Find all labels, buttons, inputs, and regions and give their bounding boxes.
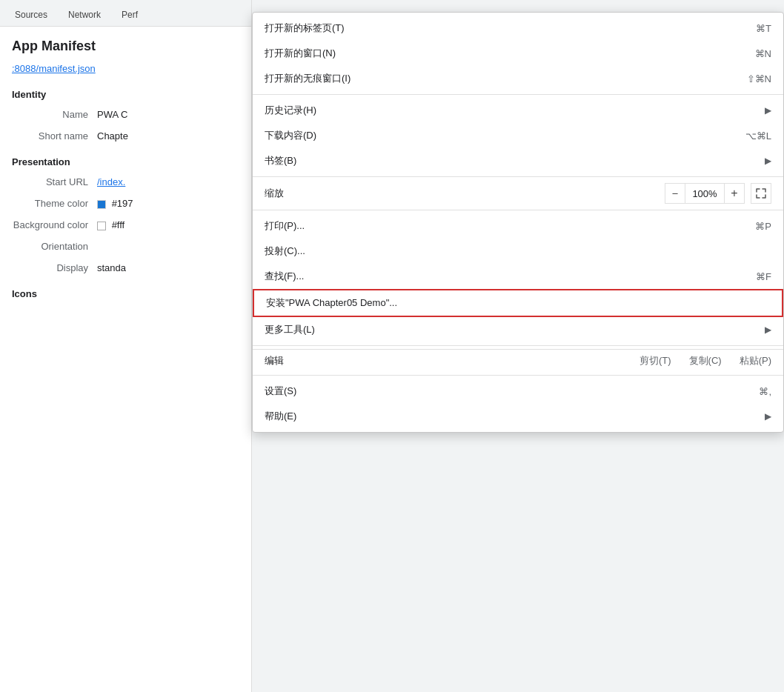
menu-item-print-label: 打印(P)... [265, 219, 725, 233]
divider-2 [253, 176, 783, 177]
zoom-controls: － 100% + [665, 183, 771, 204]
divider-4 [253, 345, 783, 346]
menu-item-new-incognito-label: 打开新的无痕窗口(I) [265, 72, 717, 85]
menu-item-new-window-label: 打开新的窗口(N) [265, 47, 725, 60]
divider-3 [253, 210, 783, 210]
menu-item-history[interactable]: 历史记录(H) ▶ [253, 98, 783, 123]
menu-item-install-label: 安装"PWA Chapter05 Demo"... [266, 296, 770, 310]
zoom-value: 100% [685, 183, 724, 204]
start-url-value[interactable]: /index. [97, 176, 125, 187]
menu-item-cast-label: 投射(C)... [265, 244, 771, 258]
theme-color-value: #197 [97, 198, 133, 209]
divider-5 [253, 375, 783, 376]
tab-perf[interactable]: Perf [113, 5, 147, 26]
cut-button[interactable]: 剪切(T) [640, 354, 671, 367]
menu-item-help-arrow: ▶ [765, 411, 771, 422]
short-name-row: Short name Chapte [12, 130, 239, 142]
menu-item-downloads-label: 下载内容(D) [265, 129, 716, 142]
menu-item-bookmarks-label: 书签(B) [265, 154, 759, 167]
menu-item-history-label: 历史记录(H) [265, 104, 759, 117]
paste-button[interactable]: 粘贴(P) [740, 354, 771, 367]
presentation-section-title: Presentation [12, 156, 239, 167]
menu-item-settings[interactable]: 设置(S) ⌘, [253, 379, 783, 404]
menu-item-new-tab-label: 打开新的标签页(T) [265, 21, 726, 35]
theme-color-swatch [97, 200, 106, 209]
menu-item-new-incognito-shortcut: ⇧⌘N [747, 73, 771, 84]
theme-color-row: Theme color #197 [12, 198, 239, 209]
tab-sources[interactable]: Sources [6, 5, 56, 26]
short-name-label: Short name [12, 130, 97, 142]
menu-item-new-window[interactable]: 打开新的窗口(N) ⌘N [253, 41, 783, 66]
edit-row: 编辑 剪切(T) 复制(C) 粘贴(P) [253, 349, 783, 372]
bg-color-value: #fff [97, 219, 124, 230]
copy-button[interactable]: 复制(C) [689, 354, 722, 367]
zoom-plus-button[interactable]: + [724, 183, 745, 204]
orientation-label: Orientation [12, 241, 97, 252]
bg-color-swatch [97, 222, 106, 230]
manifest-link[interactable]: :8088/manifest.json [12, 63, 239, 74]
short-name-value: Chapte [97, 130, 128, 142]
menu-item-find-label: 查找(F)... [265, 270, 726, 283]
display-value: standa [97, 262, 126, 273]
name-label: Name [12, 109, 97, 120]
display-label: Display [12, 262, 97, 273]
devtools-tabs: Sources Network Perf [0, 0, 251, 27]
menu-item-install[interactable]: 安装"PWA Chapter05 Demo"... [253, 289, 783, 317]
start-url-row: Start URL /index. [12, 176, 239, 187]
edit-label: 编辑 [265, 354, 640, 367]
menu-item-more-tools[interactable]: 更多工具(L) ▶ [253, 317, 783, 342]
menu-item-bookmarks-arrow: ▶ [765, 156, 771, 166]
name-row: Name PWA C [12, 109, 239, 120]
start-url-label: Start URL [12, 176, 97, 187]
menu-item-more-tools-label: 更多工具(L) [265, 323, 759, 336]
menu-item-new-window-shortcut: ⌘N [755, 48, 771, 59]
theme-color-label: Theme color [12, 198, 97, 209]
menu-item-find[interactable]: 查找(F)... ⌘F [253, 264, 783, 289]
zoom-row: 缩放 － 100% + [253, 180, 783, 207]
edit-actions: 剪切(T) 复制(C) 粘贴(P) [640, 354, 771, 367]
icons-section-title: Icons [12, 288, 239, 299]
menu-item-history-arrow: ▶ [765, 105, 771, 116]
menu-item-help-label: 帮助(E) [265, 410, 759, 423]
bg-color-row: Background color #fff [12, 219, 239, 230]
menu-item-new-tab-shortcut: ⌘T [756, 23, 771, 34]
bg-color-label: Background color [12, 219, 97, 230]
name-value: PWA C [97, 109, 127, 120]
identity-section-title: Identity [12, 89, 239, 100]
divider-1 [253, 94, 783, 95]
menu-item-downloads-shortcut: ⌥⌘L [745, 130, 771, 142]
menu-item-settings-label: 设置(S) [265, 385, 729, 398]
manifest-content: App Manifest :8088/manifest.json Identit… [0, 27, 251, 320]
menu-item-help[interactable]: 帮助(E) ▶ [253, 404, 783, 429]
menu-item-cast[interactable]: 投射(C)... [253, 239, 783, 264]
orientation-row: Orientation [12, 241, 239, 252]
menu-item-bookmarks[interactable]: 书签(B) ▶ [253, 148, 783, 173]
devtools-panel: Sources Network Perf App Manifest :8088/… [0, 0, 252, 692]
zoom-fullscreen-button[interactable] [751, 183, 771, 204]
display-row: Display standa [12, 262, 239, 273]
menu-item-print[interactable]: 打印(P)... ⌘P [253, 213, 783, 239]
menu-item-settings-shortcut: ⌘, [759, 386, 771, 397]
menu-item-new-incognito[interactable]: 打开新的无痕窗口(I) ⇧⌘N [253, 66, 783, 91]
context-menu: 打开新的标签页(T) ⌘T 打开新的窗口(N) ⌘N 打开新的无痕窗口(I) ⇧… [252, 12, 784, 433]
zoom-label: 缩放 [265, 187, 665, 200]
menu-item-find-shortcut: ⌘F [756, 271, 771, 282]
fullscreen-icon [756, 188, 766, 199]
manifest-title: App Manifest [12, 39, 239, 54]
zoom-minus-button[interactable]: － [665, 183, 685, 204]
tab-network[interactable]: Network [59, 5, 110, 26]
menu-item-print-shortcut: ⌘P [755, 221, 771, 232]
menu-item-more-tools-arrow: ▶ [765, 325, 771, 335]
menu-item-new-tab[interactable]: 打开新的标签页(T) ⌘T [253, 16, 783, 41]
menu-item-downloads[interactable]: 下载内容(D) ⌥⌘L [253, 123, 783, 148]
